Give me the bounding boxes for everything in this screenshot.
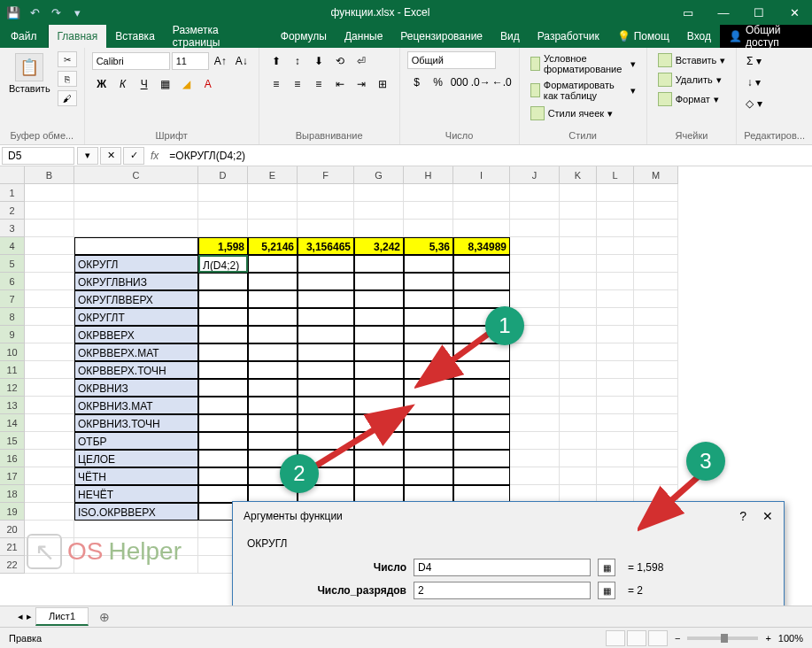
bold-button[interactable]: Ж (92, 74, 112, 94)
cell[interactable] (248, 397, 298, 414)
cell[interactable]: 3,156465 (298, 237, 354, 255)
cell[interactable] (453, 290, 510, 308)
cell[interactable] (453, 467, 510, 485)
cell[interactable] (354, 255, 404, 273)
cell[interactable] (634, 290, 678, 308)
row-header[interactable]: 4 (0, 237, 25, 255)
font-color-icon[interactable]: A (198, 74, 218, 94)
arg1-range-icon[interactable]: ▦ (598, 559, 615, 576)
cell[interactable] (560, 202, 597, 220)
cell[interactable] (634, 255, 678, 273)
cell[interactable]: 5,36 (404, 237, 453, 255)
tab-insert[interactable]: Вставка (106, 25, 164, 48)
cell[interactable]: ОКРУГЛ (74, 255, 198, 273)
format-cells-button[interactable]: Формат ▾ (654, 90, 723, 108)
cell[interactable] (634, 361, 678, 379)
col-header[interactable]: D (198, 166, 248, 184)
col-header[interactable]: F (298, 166, 354, 184)
cell[interactable] (404, 202, 453, 220)
cell[interactable] (354, 343, 404, 361)
percent-icon[interactable]: % (429, 73, 448, 92)
col-header[interactable]: B (25, 166, 74, 184)
cell[interactable] (198, 273, 248, 290)
tab-formulas[interactable]: Формулы (272, 25, 336, 48)
tab-page-layout[interactable]: Разметка страницы (164, 25, 272, 48)
cell[interactable] (453, 414, 510, 432)
cell[interactable] (560, 397, 597, 414)
cell[interactable] (298, 273, 354, 290)
cell[interactable] (597, 485, 634, 503)
cell[interactable] (453, 202, 510, 220)
cell[interactable] (198, 202, 248, 220)
row-header[interactable]: 18 (0, 485, 25, 503)
cell[interactable] (248, 202, 298, 220)
cell[interactable] (634, 308, 678, 326)
cell[interactable]: ЦЕЛОЕ (74, 450, 198, 467)
cell[interactable] (354, 326, 404, 343)
align-right-icon[interactable]: ≡ (309, 74, 329, 94)
cell[interactable] (354, 220, 404, 237)
cell[interactable] (25, 379, 74, 397)
cell[interactable] (453, 220, 510, 237)
cell[interactable] (510, 343, 560, 361)
paste-button[interactable]: 📋 Вставить (7, 51, 52, 96)
cell[interactable] (198, 326, 248, 343)
cell[interactable] (560, 273, 597, 290)
sheet-nav-last-icon[interactable]: ▸ (27, 611, 32, 622)
cell[interactable] (198, 485, 248, 503)
cancel-formula-icon[interactable]: ✕ (100, 147, 121, 165)
underline-button[interactable]: Ч (135, 74, 154, 94)
cell[interactable]: Л(D4;2) (198, 255, 248, 273)
cell[interactable] (597, 237, 634, 255)
cell[interactable] (634, 202, 678, 220)
cell[interactable] (298, 220, 354, 237)
cell[interactable] (597, 467, 634, 485)
cell[interactable] (560, 326, 597, 343)
col-header[interactable]: H (404, 166, 453, 184)
ribbon-options-icon[interactable]: ▭ (670, 0, 706, 25)
cell[interactable] (198, 290, 248, 308)
maximize-icon[interactable]: ☐ (741, 0, 777, 25)
autosum-icon[interactable]: Σ ▾ (744, 51, 763, 71)
wrap-text-icon[interactable]: ⏎ (352, 51, 371, 71)
cell[interactable]: ОКРУГЛВВЕРХ (74, 290, 198, 308)
cell[interactable]: ОКРВНИЗ (74, 379, 198, 397)
view-page-layout-icon[interactable] (627, 630, 646, 646)
cell[interactable] (25, 467, 74, 485)
copy-icon[interactable]: ⎘ (58, 71, 77, 87)
cell[interactable] (404, 220, 453, 237)
insert-cells-button[interactable]: Вставить ▾ (654, 51, 730, 69)
cell[interactable] (248, 255, 298, 273)
arg1-input[interactable] (414, 559, 591, 576)
row-header[interactable]: 3 (0, 220, 25, 237)
tab-data[interactable]: Данные (336, 25, 391, 48)
cell[interactable]: ОКРВВЕРХ.ТОЧН (74, 361, 198, 379)
cell[interactable] (25, 503, 74, 521)
cell[interactable]: ОТБР (74, 432, 198, 450)
file-tab[interactable]: Файл (0, 25, 49, 48)
decrease-font-icon[interactable]: A↓ (232, 51, 251, 71)
cell[interactable]: ОКРВНИЗ.МАТ (74, 397, 198, 414)
align-top-icon[interactable]: ⬆ (267, 51, 286, 71)
tab-view[interactable]: Вид (491, 25, 529, 48)
row-header[interactable]: 21 (0, 538, 25, 556)
cell[interactable]: НЕЧЁТ (74, 485, 198, 503)
cell[interactable] (634, 343, 678, 361)
cell[interactable] (597, 343, 634, 361)
share-button[interactable]: 👤Общий доступ (720, 25, 812, 48)
cell[interactable] (25, 202, 74, 220)
cell[interactable] (597, 220, 634, 237)
cell[interactable] (560, 220, 597, 237)
cell[interactable] (25, 184, 74, 202)
cell[interactable] (597, 397, 634, 414)
cell[interactable] (248, 308, 298, 326)
cell[interactable]: ОКРУГЛТ (74, 308, 198, 326)
dialog-help-icon[interactable]: ? (739, 509, 746, 523)
cell[interactable] (25, 361, 74, 379)
cell[interactable] (634, 237, 678, 255)
cell[interactable] (248, 290, 298, 308)
cell[interactable]: 8,34989 (453, 237, 510, 255)
cell[interactable] (298, 290, 354, 308)
cell[interactable] (298, 326, 354, 343)
dropdown-icon[interactable]: ▾ (77, 147, 98, 165)
